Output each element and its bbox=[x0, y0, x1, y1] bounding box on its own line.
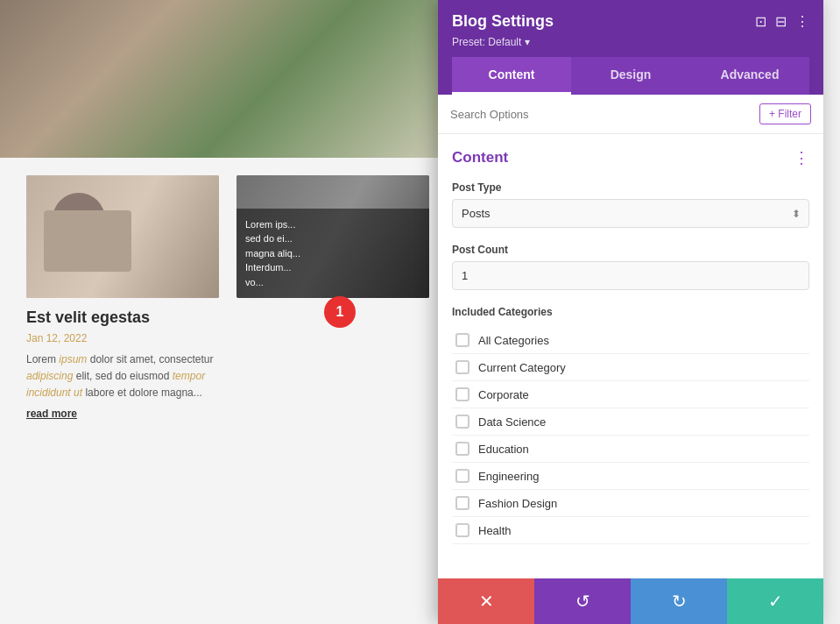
category-item-education: Education bbox=[452, 436, 809, 463]
search-input[interactable] bbox=[450, 108, 752, 121]
post-type-label: Post Type bbox=[452, 181, 809, 194]
category-name-current: Current Category bbox=[478, 361, 566, 374]
panel-title: Blog Settings bbox=[452, 12, 554, 31]
filter-button[interactable]: + Filter bbox=[759, 103, 811, 124]
post-count-input[interactable] bbox=[452, 261, 809, 290]
panel-tabs: Content Design Advanced bbox=[452, 57, 809, 95]
tab-design[interactable]: Design bbox=[571, 57, 690, 95]
blog-card-overlay-text: Lorem ips...sed do ei...magna aliq...Int… bbox=[236, 209, 429, 299]
post-count-field: Post Count bbox=[452, 244, 809, 290]
category-checkbox-engineering[interactable] bbox=[455, 469, 469, 483]
undo-button[interactable]: ↺ bbox=[534, 578, 631, 624]
category-name-all: All Categories bbox=[478, 334, 549, 347]
category-item-current: Current Category bbox=[452, 354, 809, 381]
post-type-field: Post Type Posts Pages Custom bbox=[452, 181, 809, 228]
redo-button[interactable]: ↻ bbox=[631, 578, 727, 624]
category-name-data-science: Data Science bbox=[478, 415, 546, 429]
category-checkbox-health[interactable] bbox=[455, 523, 469, 537]
blog-card: Est velit egestas Jan 12, 2022 Lorem ips… bbox=[26, 175, 219, 421]
blog-card-title: Est velit egestas bbox=[26, 308, 219, 327]
post-type-select-wrapper: Posts Pages Custom bbox=[452, 199, 809, 228]
post-count-label: Post Count bbox=[452, 244, 809, 256]
panel-header-icons: ⊡ ⊟ ⋮ bbox=[755, 13, 809, 30]
category-checkbox-corporate[interactable] bbox=[455, 387, 469, 401]
blog-card-image-2: Lorem ips...sed do ei...magna aliq...Int… bbox=[236, 175, 429, 298]
settings-panel: Blog Settings ⊡ ⊟ ⋮ Preset: Default ▾ Co… bbox=[438, 0, 823, 624]
more-options-icon[interactable]: ⋮ bbox=[795, 13, 809, 30]
panel-header: Blog Settings ⊡ ⊟ ⋮ Preset: Default ▾ Co… bbox=[438, 0, 823, 95]
category-name-fashion-design: Fashion Design bbox=[478, 497, 557, 510]
save-button[interactable]: ✓ bbox=[727, 578, 823, 624]
step-badge: 1 bbox=[324, 296, 356, 328]
section-header: Content ⋮ bbox=[452, 148, 809, 167]
columns-icon[interactable]: ⊟ bbox=[775, 13, 787, 30]
post-type-select[interactable]: Posts Pages Custom bbox=[452, 199, 809, 228]
panel-preset[interactable]: Preset: Default ▾ bbox=[452, 36, 809, 48]
category-item-data-science: Data Science bbox=[452, 408, 809, 436]
category-item-health: Health bbox=[452, 517, 809, 544]
category-item-corporate: Corporate bbox=[452, 381, 809, 408]
category-name-education: Education bbox=[478, 443, 529, 456]
category-checkbox-all[interactable] bbox=[455, 333, 469, 347]
category-name-engineering: Engineering bbox=[478, 470, 539, 483]
category-item-fashion-design: Fashion Design bbox=[452, 490, 809, 517]
panel-body: Content ⋮ Post Type Posts Pages Custom P… bbox=[438, 134, 823, 578]
category-checkbox-data-science[interactable] bbox=[455, 415, 469, 429]
category-checkbox-education[interactable] bbox=[455, 442, 469, 456]
section-menu-icon[interactable]: ⋮ bbox=[794, 148, 809, 167]
panel-header-top: Blog Settings ⊡ ⊟ ⋮ bbox=[452, 12, 809, 31]
panel-actions: ✕ ↺ ↻ ✓ bbox=[438, 578, 823, 624]
expand-icon[interactable]: ⊡ bbox=[755, 13, 766, 30]
category-item-engineering: Engineering bbox=[452, 463, 809, 490]
included-categories-field: Included Categories All Categories Curre… bbox=[452, 306, 809, 544]
read-more-link[interactable]: read more bbox=[26, 408, 77, 420]
background-content: Est velit egestas Jan 12, 2022 Lorem ips… bbox=[0, 0, 438, 624]
category-item-all: All Categories bbox=[452, 327, 809, 354]
search-bar: + Filter bbox=[438, 95, 823, 134]
blog-card-excerpt: Lorem ipsum dolor sit amet, consectetur … bbox=[26, 351, 219, 402]
category-name-health: Health bbox=[478, 524, 512, 537]
category-checkbox-fashion-design[interactable] bbox=[455, 496, 469, 510]
tab-advanced[interactable]: Advanced bbox=[690, 57, 809, 95]
header-image bbox=[0, 0, 438, 158]
section-title: Content bbox=[452, 149, 508, 167]
blog-card-date: Jan 12, 2022 bbox=[26, 332, 219, 344]
category-checkbox-current[interactable] bbox=[455, 360, 469, 374]
categories-label: Included Categories bbox=[452, 306, 809, 318]
cancel-button[interactable]: ✕ bbox=[438, 578, 534, 624]
category-name-corporate: Corporate bbox=[478, 388, 529, 401]
tab-content[interactable]: Content bbox=[452, 57, 571, 95]
blog-area: Est velit egestas Jan 12, 2022 Lorem ips… bbox=[0, 158, 438, 438]
blog-card-image bbox=[26, 175, 219, 298]
